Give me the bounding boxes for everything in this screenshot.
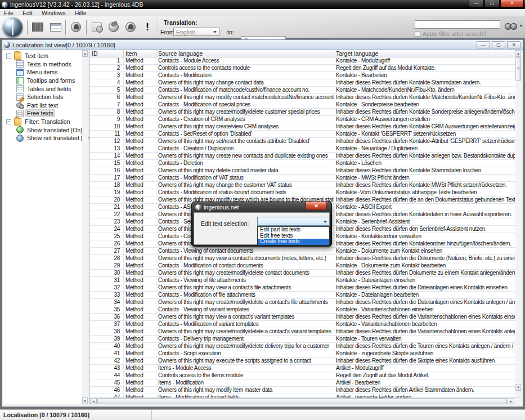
scroll-down-icon[interactable]: ▼ — [82, 397, 88, 404]
dialog-close-button[interactable]: ✕ — [306, 202, 327, 210]
table-row[interactable]: 37MethodContacts - Modification of varia… — [90, 321, 515, 328]
table-row[interactable]: 33MethodContacts - Modification of file … — [90, 292, 515, 299]
table-row[interactable]: 27MethodContacts - Viewing of contact do… — [90, 248, 515, 255]
column-header-source[interactable]: Source language — [156, 50, 334, 57]
table-row[interactable]: 6MethodOwners of this right may modify c… — [90, 94, 515, 101]
collapse-icon[interactable] — [6, 119, 11, 124]
inner-minimize-button[interactable]: — — [477, 41, 490, 48]
table-view-button[interactable] — [48, 21, 63, 33]
dropdown-option-edit-free-texts[interactable]: Edit free texts — [258, 233, 329, 239]
tree-group-text-item[interactable]: Text item — [3, 52, 82, 60]
tree-group-filter-translation[interactable]: Filter: Translation — [3, 118, 82, 126]
table-row[interactable]: 35MethodContacts - Viewing of variant te… — [90, 306, 515, 314]
tree-item-tooltips-and-forms[interactable]: Tooltips and forms — [3, 77, 82, 85]
grid-view-button[interactable] — [30, 21, 45, 33]
search-options-arrow-icon[interactable] — [519, 25, 523, 27]
globe-pin-button[interactable] — [106, 21, 121, 33]
inner-window-titlebar[interactable]: Localization list view[0 / 10079 / 10160… — [2, 40, 523, 50]
tree-item-show-translated-on[interactable]: Show translated [On] — [3, 126, 82, 134]
table-row[interactable]: 13MethodContacts - Creation / Duplicatio… — [90, 145, 515, 153]
table-row[interactable]: 4MethodOwners of this right may change c… — [90, 79, 515, 87]
search-input[interactable] — [415, 20, 500, 29]
column-header-target[interactable]: Target language — [334, 50, 515, 57]
menu-item-edit[interactable]: Edit — [23, 10, 33, 16]
table-row[interactable]: 36MethodOwners of this right may view a … — [90, 314, 515, 321]
table-row[interactable]: 14MethodOwners of this right may create … — [90, 153, 515, 160]
tree-item-selection-lists[interactable]: Selection lists — [3, 93, 82, 101]
table-row[interactable]: 15MethodContacts - DeletionKontakte - Lö… — [90, 160, 515, 167]
table-row[interactable]: 17MethodContacts - Modification of VAT s… — [90, 175, 515, 182]
table-row[interactable]: 18MethodOwners of this right may change … — [90, 182, 515, 189]
table-row[interactable]: 19MethodContacts - Modification of statu… — [90, 189, 515, 196]
table-row[interactable]: 3MethodContacts - ModificationKontakte -… — [90, 72, 515, 79]
scroll-left-icon[interactable]: ◄ — [90, 398, 97, 404]
table-row[interactable]: 5MethodContacts - Modification of matchc… — [90, 87, 515, 94]
tree-item-tables-and-fields[interactable]: Tables and fields — [3, 84, 82, 93]
cell-target: Kontakte - CRM Auswertungen erstellen — [334, 116, 515, 123]
inner-close-button[interactable]: ✕ — [507, 41, 520, 48]
cell-target: Artikel - Bearbeiten — [334, 379, 515, 386]
table-row[interactable]: 41MethodContacts - Script executionKonta… — [90, 350, 515, 358]
scroll-up-icon[interactable]: ▲ — [515, 50, 521, 57]
table-row[interactable]: 8MethodOwners of this right may create/m… — [90, 109, 515, 116]
table-row[interactable]: 40MethodOwners of this right may create/… — [90, 343, 515, 350]
table-row[interactable]: 10MethodOwners of this right may create/… — [90, 123, 515, 131]
app-logo-button[interactable] — [2, 17, 23, 38]
from-language-select[interactable]: English — [173, 28, 219, 36]
table-row[interactable]: 46MethodOwners of this right may modify … — [90, 387, 515, 394]
apply-filter-checkbox[interactable] — [415, 31, 420, 37]
table-row[interactable]: 34MethodOwners of this right may create/… — [90, 299, 515, 306]
table-row[interactable]: 39MethodContacts - Delivery trip managem… — [90, 336, 515, 343]
table-row[interactable]: 29MethodContacts - Modification of conta… — [90, 262, 515, 270]
table-row[interactable]: 9MethodContacts - Creation of CRM analys… — [90, 116, 515, 123]
sidebar-scrollbar[interactable]: ▲ ▼ — [82, 50, 88, 404]
horizontal-scroll-thumb[interactable] — [97, 398, 507, 404]
scroll-right-icon[interactable]: ► — [508, 398, 514, 404]
menu-item-windows[interactable]: Windows — [42, 10, 66, 16]
table-row[interactable]: 32MethodOwners of this right may view a … — [90, 284, 515, 292]
table-row[interactable]: 2MethodControls access to the contacts m… — [90, 65, 515, 72]
scroll-down-icon[interactable]: ▼ — [515, 384, 521, 391]
dropdown-option-edit-part-list-texts[interactable]: Edit part list texts — [258, 227, 329, 233]
tree-item-texts-in-methods[interactable]: Texts in methods — [3, 60, 82, 69]
text-selection-combobox[interactable] — [257, 217, 330, 226]
tree-item-menu-items[interactable]: Menu items — [3, 68, 82, 77]
tree-item-part-list-text[interactable]: Part list text — [3, 101, 82, 110]
table-horizontal-scrollbar[interactable]: ◄ ► — [90, 397, 521, 404]
binoculars-icon[interactable] — [505, 22, 517, 30]
table-row[interactable]: 1MethodContacts - Module AccessKontakte … — [90, 57, 515, 65]
collapse-icon[interactable] — [6, 53, 11, 59]
scroll-up-icon[interactable]: ▲ — [82, 50, 88, 57]
table-row[interactable]: 38MethodOwners of this right may create/… — [90, 328, 515, 336]
dropdown-option-create-free-texts[interactable]: Create free texts — [258, 239, 329, 245]
table-header[interactable]: ID Item Source language Target language — [90, 50, 515, 57]
package-globe-button[interactable] — [89, 21, 104, 33]
exclamation-button[interactable]: ! — [140, 21, 155, 33]
table-row[interactable]: 42MethodOwners of this right may execute… — [90, 358, 515, 365]
table-row[interactable]: 31MethodContacts - Viewing of file attac… — [90, 277, 515, 284]
table-row[interactable]: 11MethodContacts - Set/Reset of option '… — [90, 131, 515, 138]
globe-user-button[interactable] — [123, 21, 138, 33]
table-vertical-scrollbar[interactable]: ▲ ▼ — [515, 50, 521, 397]
table-row[interactable]: 16MethodOwners of this right may delete … — [90, 167, 515, 175]
close-button[interactable]: ✕ — [500, 0, 524, 7]
tree-item-show-not-translated-on[interactable]: Show not translated [On] — [3, 134, 82, 142]
menu-item-hilfe[interactable]: Hilfe — [75, 10, 87, 16]
table-row[interactable]: 45MethodItems - ModificationArtikel - Be… — [90, 379, 515, 387]
maximize-button[interactable]: ▢ — [484, 0, 500, 7]
column-header-id[interactable]: ID — [90, 50, 124, 57]
table-row[interactable]: 43MethodItems - Module AccessArtikel - M… — [90, 365, 515, 372]
menu-item-file[interactable]: File — [4, 10, 14, 16]
inner-restore-button[interactable]: ▢ — [492, 41, 505, 48]
table-row[interactable]: 28MethodOwners of this right may view a … — [90, 255, 515, 262]
table-row[interactable]: 12MethodOwners of this right may set/res… — [90, 138, 515, 145]
table-row[interactable]: 30MethodOwners of this right may create/… — [90, 270, 515, 277]
dialog-titlebar[interactable]: ingenious.net ✕ — [194, 202, 330, 212]
column-header-item[interactable]: Item — [124, 50, 156, 57]
vertical-scroll-thumb[interactable] — [515, 57, 521, 81]
table-row[interactable]: 44MethodControls access to the Items mod… — [90, 372, 515, 379]
globe-sync-button[interactable] — [69, 21, 83, 33]
tree-item-free-texts[interactable]: Free texts — [3, 109, 82, 118]
minimize-button[interactable]: — — [469, 0, 484, 7]
table-row[interactable]: 7MethodContacts - Modification of specia… — [90, 101, 515, 109]
